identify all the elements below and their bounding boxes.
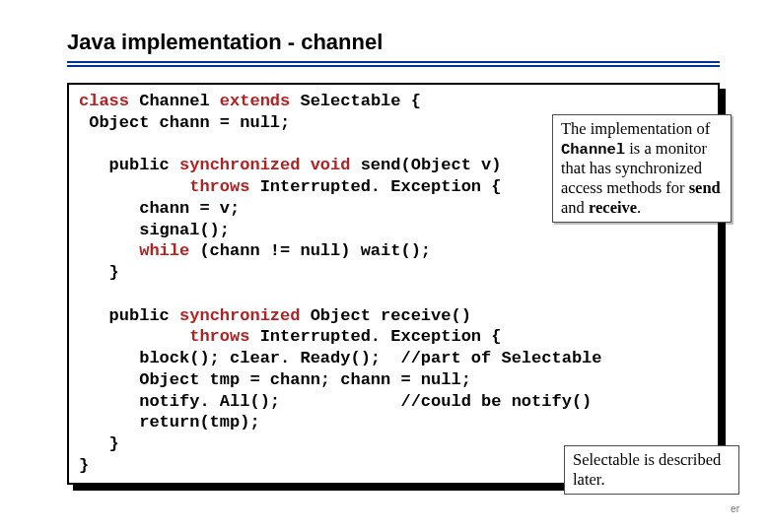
code-line: } bbox=[79, 456, 89, 475]
kw-extends: extends bbox=[220, 92, 290, 110]
code-text: Channel bbox=[129, 92, 220, 110]
code-line: chann = v; bbox=[79, 199, 240, 218]
code-text: Selectable { bbox=[290, 92, 421, 110]
code-line: signal(); bbox=[79, 221, 230, 239]
note-text: Selectable is described later. bbox=[573, 450, 721, 489]
note-text: . bbox=[637, 198, 641, 217]
slide-title: Java implementation - channel bbox=[67, 30, 720, 55]
note-mono: Channel bbox=[561, 141, 625, 159]
kw-throws: throws bbox=[79, 327, 249, 346]
note-text: The implementation of bbox=[561, 119, 710, 138]
footer-fragment: er bbox=[731, 503, 739, 514]
code-text: Interrupted. Exception { bbox=[249, 327, 501, 346]
code-text: public bbox=[79, 156, 179, 174]
kw-class: class bbox=[79, 92, 129, 110]
code-line: } bbox=[79, 434, 119, 453]
kw-throws: throws bbox=[79, 177, 249, 196]
kw-sync: synchronized bbox=[179, 306, 300, 325]
code-line: block(); clear. Ready(); //part of Selec… bbox=[79, 349, 602, 367]
divider bbox=[67, 61, 720, 67]
note-bold: receive bbox=[589, 198, 637, 217]
code-text: Object receive() bbox=[300, 306, 470, 325]
code-text: Interrupted. Exception { bbox=[249, 177, 501, 196]
code-line: notify. All(); //could be notify() bbox=[79, 392, 592, 411]
code-text: public bbox=[79, 306, 179, 325]
note-bold: send bbox=[689, 178, 721, 197]
note-text: and bbox=[561, 198, 589, 217]
code-line: Object tmp = chann; chann = null; bbox=[79, 370, 471, 389]
code-text: send(Object v) bbox=[350, 156, 501, 174]
annotation-channel: The implementation of Channel is a monit… bbox=[552, 114, 732, 223]
kw-while: while bbox=[79, 241, 189, 260]
code-line: } bbox=[79, 263, 119, 282]
annotation-selectable: Selectable is described later. bbox=[564, 445, 739, 495]
code-line: return(tmp); bbox=[79, 413, 260, 432]
code-text: (chann != null) wait(); bbox=[189, 241, 431, 260]
code-line: Object chann = null; bbox=[79, 113, 290, 132]
kw-sync-void: synchronized void bbox=[179, 156, 350, 174]
